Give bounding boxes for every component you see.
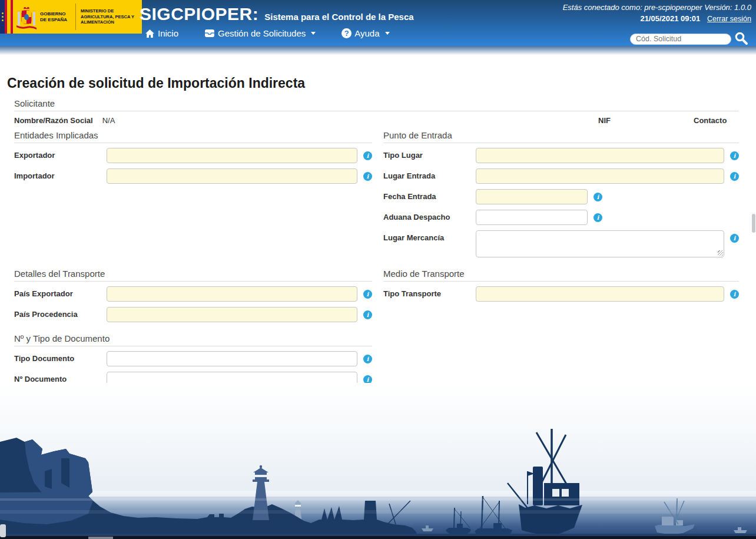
info-icon[interactable] (363, 355, 372, 363)
aduana-despacho-label: Aduana Despacho (383, 210, 476, 221)
session-info: Estás conectado como: pre-scpioperoper V… (563, 3, 751, 23)
header-gradient-strip (0, 46, 756, 55)
search-input[interactable] (630, 34, 731, 45)
num-documento-label: Nº Documento (14, 372, 107, 383)
home-icon (145, 29, 155, 38)
chevron-down-icon (311, 32, 316, 35)
section-heading-entidades: Entidades Implicadas (14, 130, 372, 143)
info-icon[interactable] (363, 375, 372, 384)
lugar-entrada-input[interactable] (476, 168, 724, 184)
main-nav: Inicio Gestión de Solicitudes Ayuda (145, 28, 390, 38)
app-name: SIGCPIOPER: (140, 4, 258, 24)
bottom-scrollbar-artifact (88, 537, 113, 539)
section-detalles-transporte: Detalles del Transporte País Exportador … (14, 269, 372, 328)
spain-eu-flag-icon (0, 0, 13, 34)
tipo-lugar-input[interactable] (476, 148, 724, 163)
app-tagline: Sistema para el Control de la Pesca (264, 12, 413, 22)
section-heading-solicitante: Solicitante (14, 98, 739, 111)
tipo-lugar-label: Tipo Lugar (383, 148, 476, 160)
info-icon[interactable] (363, 290, 372, 299)
distant-boat-silhouettes (422, 498, 747, 534)
logout-link[interactable]: Cerrar sesión (707, 15, 751, 23)
harbor-silhouette-illustration (0, 383, 756, 539)
info-icon[interactable] (363, 151, 372, 160)
exportador-input[interactable] (107, 148, 357, 163)
corner-artifact (0, 524, 6, 537)
tipo-documento-input[interactable] (107, 351, 357, 366)
nav-item-ayuda[interactable]: Ayuda (341, 28, 389, 38)
info-icon[interactable] (363, 310, 372, 319)
aduana-despacho-input[interactable] (476, 210, 588, 225)
section-documento: Nº y Tipo de Documento Tipo Documento Nº… (14, 333, 372, 392)
government-label: Gobierno de España (40, 11, 71, 22)
cliff-silhouette (0, 438, 419, 539)
nav-item-gestion-solicitudes[interactable]: Gestión de Solicitudes (204, 28, 316, 38)
pais-exportador-label: País Exportador (14, 286, 107, 298)
trawler-silhouette (508, 429, 582, 535)
section-entidades-implicadas: Entidades Implicadas Exportador Importad… (14, 130, 372, 189)
info-icon[interactable] (593, 193, 602, 201)
nav-label-inicio: Inicio (158, 28, 178, 38)
ministry-label: Ministerio de Agricultura, Pesca y Alime… (81, 8, 135, 25)
small-lighthouse-silhouette (285, 500, 311, 537)
exportador-label: Exportador (14, 148, 107, 160)
info-icon[interactable] (593, 213, 602, 222)
scrollbar-thumb[interactable] (752, 214, 755, 233)
nombre-razon-social-value: N/A (102, 116, 115, 125)
info-icon[interactable] (363, 172, 372, 181)
nav-label-gestion: Gestión de Solicitudes (218, 28, 306, 38)
fecha-entrada-label: Fecha Entrada (383, 189, 476, 201)
session-user-text: Estás conectado como: pre-scpioperoper V… (563, 3, 751, 12)
nif-label: NIF (598, 116, 611, 125)
tipo-transporte-label: Tipo Transporte (383, 286, 476, 298)
info-icon[interactable] (730, 234, 739, 243)
tipo-transporte-input[interactable] (476, 286, 724, 302)
section-medio-transporte: Medio de Transporte Tipo Transporte (383, 269, 739, 307)
info-icon[interactable] (730, 290, 739, 299)
importador-label: Importador (14, 168, 107, 180)
app-header: Gobierno de España Ministerio de Agricul… (0, 0, 756, 46)
foreground-slope (0, 492, 93, 524)
pais-procedencia-label: País Procedencia (14, 307, 107, 319)
lighthouse-silhouette (253, 465, 269, 520)
section-heading-detalles-transporte: Detalles del Transporte (14, 269, 372, 282)
num-documento-input[interactable] (107, 372, 357, 387)
section-heading-medio-transporte: Medio de Transporte (383, 269, 739, 282)
nombre-razon-social-label: Nombre/Razón Social (14, 116, 100, 125)
form-area: Solicitante Nombre/Razón Social N/A NIF … (0, 98, 756, 392)
section-punto-de-entrada: Punto de Entrada Tipo Lugar Lugar Entrad… (383, 130, 739, 263)
solicitante-row: Nombre/Razón Social N/A NIF Contacto (14, 116, 739, 129)
section-heading-documento: Nº y Tipo de Documento (14, 333, 372, 346)
inbox-icon (204, 29, 215, 38)
coat-of-arms-icon (16, 4, 37, 30)
page-title: Creación de solicitud de Importación Ind… (7, 75, 756, 91)
nav-item-inicio[interactable]: Inicio (145, 28, 178, 38)
nav-label-ayuda: Ayuda (354, 28, 379, 38)
contacto-label: Contacto (694, 116, 727, 125)
search-icon[interactable] (734, 31, 749, 46)
cliff-light-face (25, 439, 92, 504)
app-brand: SIGCPIOPER: Sistema para el Control de l… (140, 4, 414, 24)
session-datetime: 21/05/2021 09:01 (640, 14, 700, 23)
lugar-mercancia-textarea[interactable] (476, 230, 724, 257)
section-heading-punto-entrada: Punto de Entrada (383, 130, 739, 143)
importador-input[interactable] (107, 168, 357, 184)
info-icon[interactable] (730, 172, 739, 181)
pais-exportador-input[interactable] (107, 286, 357, 302)
help-icon (341, 28, 352, 38)
lugar-mercancia-label: Lugar Mercancía (383, 230, 476, 242)
fecha-entrada-input[interactable] (476, 189, 588, 204)
info-icon[interactable] (730, 151, 739, 160)
lugar-entrada-label: Lugar Entrada (383, 168, 476, 180)
fishing-boat-silhouettes (446, 496, 512, 537)
chevron-down-icon (385, 32, 390, 35)
pais-procedencia-input[interactable] (107, 307, 357, 322)
tipo-documento-label: Tipo Documento (14, 351, 107, 363)
government-logo: Gobierno de España Ministerio de Agricul… (0, 0, 142, 34)
